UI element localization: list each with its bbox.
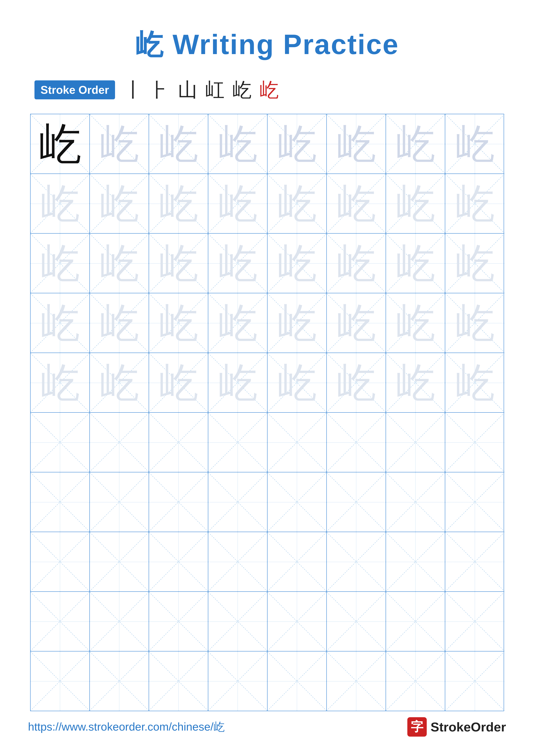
grid-cell-8-3[interactable]: [149, 532, 208, 591]
grid-cell-4-2[interactable]: 屹: [90, 293, 149, 353]
grid-cell-5-7[interactable]: 屹: [386, 353, 445, 412]
grid-cell-3-1[interactable]: 屹: [31, 233, 90, 293]
grid-cell-7-4[interactable]: [208, 472, 267, 532]
grid-cell-8-8[interactable]: [445, 532, 504, 591]
grid-cell-3-5[interactable]: 屹: [267, 233, 327, 293]
grid-cell-4-7[interactable]: 屹: [386, 293, 445, 353]
grid-cell-8-5[interactable]: [267, 532, 327, 591]
grid-cell-3-8[interactable]: 屹: [445, 233, 504, 293]
svg-line-155: [327, 652, 386, 711]
grid-cell-5-6[interactable]: 屹: [327, 353, 386, 412]
grid-cell-8-4[interactable]: [208, 532, 267, 591]
grid-cell-2-1[interactable]: 屹: [31, 174, 90, 233]
grid-cell-4-8[interactable]: 屹: [445, 293, 504, 353]
grid-cell-4-3[interactable]: 屹: [149, 293, 208, 353]
stroke-1: 丨: [124, 77, 143, 103]
char-guide: 屹: [218, 124, 258, 164]
svg-line-82: [90, 413, 149, 472]
grid-cell-4-1[interactable]: 屹: [31, 293, 90, 353]
grid-cell-6-6[interactable]: [327, 413, 386, 472]
grid-cell-9-2[interactable]: [90, 592, 149, 651]
practice-grid: 屹 屹 屹 屹: [30, 114, 504, 711]
grid-cell-9-3[interactable]: [149, 592, 208, 651]
grid-cell-5-5[interactable]: 屹: [267, 353, 327, 412]
svg-line-135: [208, 592, 267, 651]
grid-cell-10-1[interactable]: [31, 652, 90, 711]
grid-cell-7-2[interactable]: [90, 472, 149, 532]
grid-cell-2-7[interactable]: 屹: [386, 174, 445, 233]
grid-cell-10-4[interactable]: [208, 652, 267, 711]
grid-cell-4-6[interactable]: 屹: [327, 293, 386, 353]
grid-cell-5-3[interactable]: 屹: [149, 353, 208, 412]
grid-cell-8-1[interactable]: [31, 532, 90, 591]
svg-line-81: [31, 413, 89, 472]
grid-cell-1-7[interactable]: 屹: [386, 114, 445, 174]
grid-cell-6-4[interactable]: [208, 413, 267, 472]
svg-line-141: [386, 592, 445, 651]
grid-cell-10-8[interactable]: [445, 652, 504, 711]
grid-cell-7-3[interactable]: [149, 472, 208, 532]
grid-cell-10-7[interactable]: [386, 652, 445, 711]
grid-cell-3-2[interactable]: 屹: [90, 233, 149, 293]
grid-cell-7-1[interactable]: [31, 472, 90, 532]
svg-line-104: [267, 472, 326, 531]
grid-cell-3-7[interactable]: 屹: [386, 233, 445, 293]
grid-cell-9-4[interactable]: [208, 592, 267, 651]
grid-cell-2-4[interactable]: 屹: [208, 174, 267, 233]
grid-cell-1-1[interactable]: 屹: [31, 114, 90, 174]
grid-cell-4-5[interactable]: 屹: [267, 293, 327, 353]
grid-cell-3-3[interactable]: 屹: [149, 233, 208, 293]
grid-cell-7-5[interactable]: [267, 472, 327, 532]
grid-cell-1-6[interactable]: 屹: [327, 114, 386, 174]
footer-logo-icon: 字: [407, 717, 427, 737]
grid-cell-9-1[interactable]: [31, 592, 90, 651]
grid-cell-10-3[interactable]: [149, 652, 208, 711]
grid-cell-9-7[interactable]: [386, 592, 445, 651]
grid-cell-5-8[interactable]: 屹: [445, 353, 504, 412]
grid-cell-2-2[interactable]: 屹: [90, 174, 149, 233]
grid-cell-2-3[interactable]: 屹: [149, 174, 208, 233]
grid-cell-8-6[interactable]: [327, 532, 386, 591]
grid-cell-6-1[interactable]: [31, 413, 90, 472]
footer-url[interactable]: https://www.strokeorder.com/chinese/屹: [28, 719, 225, 735]
grid-row-1: 屹 屹 屹 屹: [31, 114, 504, 174]
grid-cell-1-3[interactable]: 屹: [149, 114, 208, 174]
grid-cell-6-5[interactable]: [267, 413, 327, 472]
grid-cell-10-2[interactable]: [90, 652, 149, 711]
svg-line-143: [445, 592, 504, 651]
grid-cell-1-5[interactable]: 屹: [267, 114, 327, 174]
svg-line-108: [386, 472, 445, 531]
grid-cell-9-8[interactable]: [445, 592, 504, 651]
grid-cell-7-6[interactable]: [327, 472, 386, 532]
grid-cell-6-7[interactable]: [386, 413, 445, 472]
grid-cell-5-4[interactable]: 屹: [208, 353, 267, 412]
grid-cell-2-6[interactable]: 屹: [327, 174, 386, 233]
grid-cell-8-2[interactable]: [90, 532, 149, 591]
grid-cell-10-5[interactable]: [267, 652, 327, 711]
grid-cell-7-8[interactable]: [445, 472, 504, 532]
grid-cell-7-7[interactable]: [386, 472, 445, 532]
grid-cell-2-5[interactable]: 屹: [267, 174, 327, 233]
grid-cell-4-4[interactable]: 屹: [208, 293, 267, 353]
grid-cell-3-4[interactable]: 屹: [208, 233, 267, 293]
grid-cell-8-7[interactable]: [386, 532, 445, 591]
grid-cell-9-5[interactable]: [267, 592, 327, 651]
grid-row-8: [31, 532, 504, 592]
grid-cell-1-2[interactable]: 屹: [90, 114, 149, 174]
grid-cell-9-6[interactable]: [327, 592, 386, 651]
svg-line-124: [386, 532, 445, 591]
grid-cell-1-4[interactable]: 屹: [208, 114, 267, 174]
char-guide: 屹: [218, 363, 258, 403]
grid-cell-5-2[interactable]: 屹: [90, 353, 149, 412]
grid-cell-1-8[interactable]: 屹: [445, 114, 504, 174]
svg-line-102: [208, 472, 267, 531]
grid-cell-6-2[interactable]: [90, 413, 149, 472]
grid-cell-6-3[interactable]: [149, 413, 208, 472]
svg-line-84: [149, 413, 208, 472]
grid-cell-5-1[interactable]: 屹: [31, 353, 90, 412]
grid-cell-6-8[interactable]: [445, 413, 504, 472]
grid-cell-3-6[interactable]: 屹: [327, 233, 386, 293]
grid-cell-10-6[interactable]: [327, 652, 386, 711]
grid-cell-2-8[interactable]: 屹: [445, 174, 504, 233]
char-guide: 屹: [218, 184, 258, 224]
